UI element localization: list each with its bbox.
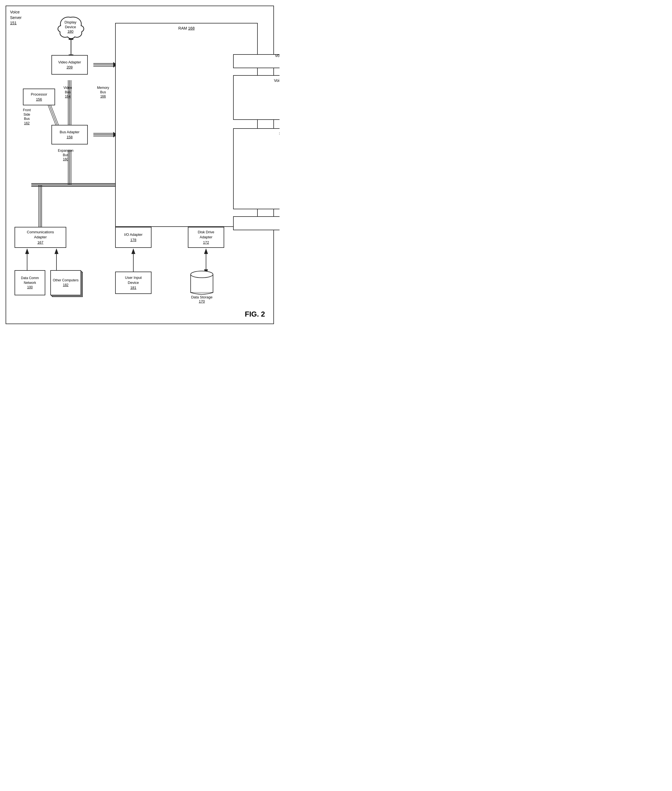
video-adapter-box: Video Adapter 209 <box>51 55 88 75</box>
front-side-bus-label: Front Side Bus 162 <box>23 108 31 125</box>
video-bus-label: Video Bus 164 <box>64 86 72 99</box>
bus-adapter-box: Bus Adapter 158 <box>51 125 88 144</box>
disk-drive-adapter-box: Disk Drive Adapter 172 <box>188 227 224 248</box>
io-adapter-box: I/O Adapter 178 <box>115 227 152 248</box>
expansion-bus-label: Expansion Bus 160 <box>58 149 74 162</box>
processor-box: Processor 156 <box>23 89 55 105</box>
figure-label: FIG. 2 <box>245 310 265 318</box>
comm-adapter-box: Communications Adapter 167 <box>14 227 66 248</box>
diagram-page: Voice Server 151 FIG. 2 <box>6 6 274 324</box>
data-comm-network-box: Data Comm Network 100 <box>14 270 45 295</box>
other-computers-box: Other Computers 182 <box>50 270 81 295</box>
speech-engine-label: Speech Engine 153 <box>279 131 280 137</box>
voice-server-label: Voice Server 151 <box>10 10 22 26</box>
display-device: Display Device 180 <box>55 14 86 40</box>
data-storage: Data Storage 170 <box>188 269 216 304</box>
display-device-text: Display Device 180 <box>65 20 77 34</box>
ram-box: RAM 168 Voice Server Application 188 Voi… <box>115 23 258 227</box>
speech-engine-box: Speech Engine 153 ASR Engine 150 Grammar… <box>233 128 280 209</box>
memory-bus-label: Memory Bus 166 <box>97 86 109 99</box>
svg-point-42 <box>190 271 213 278</box>
ram-label: RAM 168 <box>178 26 195 31</box>
voicexml-box: VoiceXML Interpreter 192 Dialog 522 FIA … <box>233 75 280 120</box>
voice-server-app-box: Voice Server Application 188 <box>233 54 280 68</box>
os-box: Operating System 154 <box>233 216 280 230</box>
user-input-device-box: User Input Device 181 <box>115 272 152 294</box>
voicexml-label: VoiceXML Interpreter 192 <box>274 78 280 83</box>
